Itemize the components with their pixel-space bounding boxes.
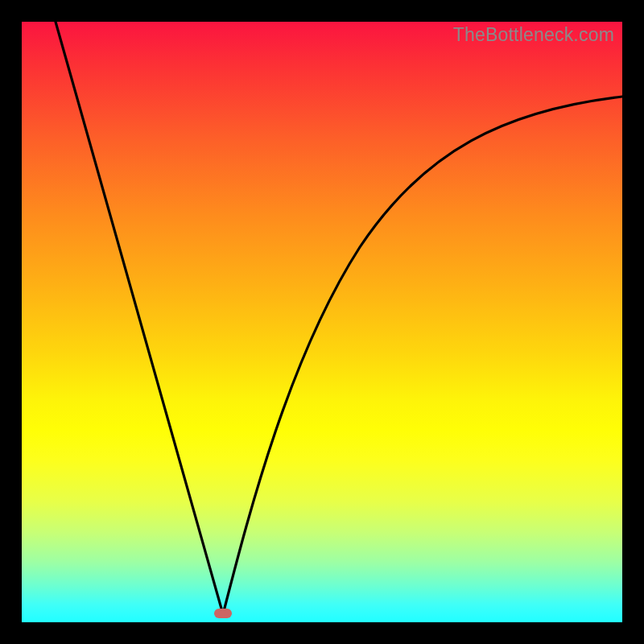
plot-area: TheBottleneck.com <box>22 22 622 622</box>
bottleneck-curve <box>22 22 622 622</box>
watermark-text: TheBottleneck.com <box>453 24 614 46</box>
optimal-point-marker <box>214 609 232 618</box>
chart-frame: TheBottleneck.com <box>0 0 644 644</box>
